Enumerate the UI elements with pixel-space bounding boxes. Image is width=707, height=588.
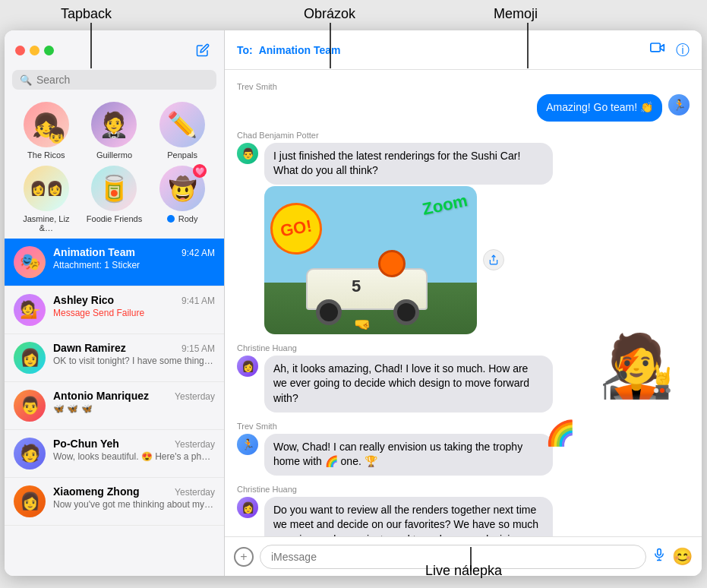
msg-row-2: 👨 I just finished the latest renderings …: [237, 143, 690, 185]
sender-trev-1: Trev Smith: [237, 82, 690, 91]
image-container: 5 GO! Zoom 🤜: [264, 186, 477, 334]
avatar-foodie: 🥫: [91, 166, 137, 211]
driver-helmet: [378, 250, 406, 277]
add-attachment-button[interactable]: +: [234, 547, 254, 567]
conv-content-ashley-rico: Ashley Rico 9:41 AM Message Send Failure: [53, 294, 215, 318]
msg-group-2: Chad Benjamin Potter 👨 I just finished t…: [237, 131, 690, 334]
sushi-car-image: 5 GO! Zoom 🤜: [264, 186, 477, 334]
video-call-button[interactable]: [650, 41, 665, 59]
conv-preview-animation-team: Attachment: 1 Sticker: [53, 260, 215, 270]
emoji-button[interactable]: 😊: [672, 547, 693, 567]
avatar-the-ricos: 👧👦: [24, 102, 69, 147]
msg-row-image: 5 GO! Zoom 🤜: [264, 186, 690, 334]
chat-messages: Trev Smith 🏃 Amazing! Go team! 👏 Chad Be…: [225, 70, 702, 536]
conv-name-antonio-manriquez: Antonio Manriquez: [53, 390, 149, 402]
conversation-list: 🎭 Animation Team 9:42 AM Attachment: 1 S…: [5, 239, 224, 576]
app-window: 🔍 👧👦 The Ricos 🤵 Guillermo ✏️ Penpals: [5, 30, 702, 576]
pinned-contact-jasmine[interactable]: 👩👩 Jasmine, Liz &…: [16, 166, 77, 232]
close-button[interactable]: [15, 46, 25, 55]
fullscreen-button[interactable]: [44, 46, 54, 55]
car-number: 5: [352, 277, 361, 296]
tapback-annotation: Tapback: [61, 6, 112, 22]
conv-preview-ashley-rico: Message Send Failure: [53, 308, 215, 318]
pinned-contact-rody[interactable]: 🤠 🩷 Rody: [152, 166, 213, 232]
sidebar-titlebar: [5, 30, 224, 70]
conv-time-antonio-manriquez: Yesterday: [175, 391, 215, 402]
msg-group-1: Trev Smith 🏃 Amazing! Go team! 👏: [237, 82, 690, 122]
msg-group-3: Christine Huang 👩 Ah, it looks amazing, …: [237, 343, 690, 413]
minimize-button[interactable]: [30, 46, 39, 55]
wheel-back: [393, 299, 419, 325]
contact-name-rody: Rody: [178, 214, 198, 223]
conv-preview-dawn-ramirez: OK to visit tonight? I have some things …: [53, 356, 215, 366]
avatar-penpals: ✏️: [159, 102, 205, 147]
conv-time-xiaomeng-zhong: Yesterday: [175, 487, 215, 498]
conv-time-ashley-rico: 9:41 AM: [181, 296, 215, 306]
conv-name-animation-team: Animation Team: [53, 246, 135, 258]
conv-item-xiaomeng-zhong[interactable]: 👩 Xiaomeng Zhong Yesterday Now you've go…: [5, 478, 224, 526]
conv-name-ashley-rico: Ashley Rico: [53, 294, 114, 306]
avatar-pochun-yeh: 🧑: [14, 438, 46, 469]
pinned-row-1: 👧👦 The Ricos 🤵 Guillermo ✏️ Penpals: [5, 96, 224, 163]
pinned-contact-penpals[interactable]: ✏️ Penpals: [152, 102, 213, 160]
search-bar[interactable]: 🔍: [12, 70, 216, 90]
msg-avatar-chad: 👨: [237, 143, 258, 164]
search-icon: 🔍: [20, 74, 32, 86]
bubble-4-wrap: Wow, Chad! I can really envision us taki…: [264, 434, 553, 476]
contact-name-penpals: Penpals: [167, 150, 197, 160]
bubble-5: Do you want to review all the renders to…: [264, 497, 553, 536]
contact-name-foodie: Foodie Friends: [87, 214, 142, 223]
to-label-text: To:: [237, 44, 253, 56]
msg-avatar-trev-2: 🏃: [237, 434, 258, 455]
chat-to-label: To: Animation Team: [237, 44, 341, 56]
conv-preview-xiaomeng-zhong: Now you've got me thinking about my next…: [53, 499, 215, 510]
search-input[interactable]: [36, 74, 209, 86]
svg-rect-6: [658, 549, 661, 555]
conv-item-animation-team[interactable]: 🎭 Animation Team 9:42 AM Attachment: 1 S…: [5, 239, 224, 286]
conv-preview-pochun-yeh: Wow, looks beautiful. 😍 Here's a photo o…: [53, 451, 215, 462]
msg-avatar-christine-1: 👩: [237, 356, 258, 377]
avatar-antonio-manriquez: 👨: [14, 390, 46, 422]
conv-name-pochun-yeh: Po-Chun Yeh: [53, 438, 119, 450]
to-name-text: Animation Team: [259, 44, 341, 56]
msg-row-4: 🏃 Wow, Chad! I can really envision us ta…: [237, 434, 690, 476]
audio-record-button[interactable]: [652, 548, 666, 565]
obrazok-annotation: Obrázok: [304, 6, 355, 22]
conv-item-ashley-rico[interactable]: 💁 Ashley Rico 9:41 AM Message Send Failu…: [5, 286, 224, 334]
compose-button[interactable]: [192, 40, 213, 61]
msg-row-1: 🏃 Amazing! Go team! 👏: [237, 94, 690, 122]
conv-time-dawn-ramirez: 9:15 AM: [181, 343, 215, 354]
chat-header: To: Animation Team ⓘ: [225, 30, 702, 70]
bubble-1: Amazing! Go team! 👏: [537, 94, 662, 122]
avatar-guillermo: 🤵: [91, 102, 137, 147]
contact-name-jasmine: Jasmine, Liz &…: [16, 214, 77, 232]
bubble-4: Wow, Chad! I can really envision us taki…: [264, 434, 553, 476]
msg-group-4: Trev Smith 🏃 Wow, Chad! I can really env…: [237, 422, 690, 476]
heart-badge: 🩷: [193, 164, 207, 178]
svg-rect-4: [651, 43, 661, 52]
msg-row-5: 👩 Do you want to review all the renders …: [237, 497, 690, 536]
conv-name-xiaomeng-zhong: Xiaomeng Zhong: [53, 485, 140, 498]
pinned-contact-the-ricos[interactable]: 👧👦 The Ricos: [16, 102, 77, 160]
share-button[interactable]: [483, 249, 504, 270]
conv-item-antonio-manriquez[interactable]: 👨 Antonio Manriquez Yesterday 🦋 🦋 🦋: [5, 382, 224, 430]
pinned-contact-guillermo[interactable]: 🤵 Guillermo: [84, 102, 144, 160]
chat-area: To: Animation Team ⓘ Trev Smith 🏃: [225, 30, 702, 576]
conv-time-animation-team: 9:42 AM: [181, 248, 215, 258]
avatar-animation-team: 🎭: [14, 246, 46, 278]
pinned-row-2: 👩👩 Jasmine, Liz &… 🥫 Foodie Friends 🤠 🩷 …: [5, 163, 224, 239]
traffic-lights: [15, 46, 54, 55]
live-naplepka-annotation: Live nálepka: [425, 563, 502, 579]
conv-item-dawn-ramirez[interactable]: 👩 Dawn Ramirez 9:15 AM OK to visit tonig…: [5, 334, 224, 382]
go-sticker: GO!: [267, 198, 327, 258]
sender-chad: Chad Benjamin Potter: [237, 131, 690, 140]
conv-time-pochun-yeh: Yesterday: [175, 439, 215, 450]
wheel-front: [316, 299, 342, 325]
info-button[interactable]: ⓘ: [676, 41, 690, 59]
memoji-annotation: Memoji: [494, 6, 538, 22]
sidebar: 🔍 👧👦 The Ricos 🤵 Guillermo ✏️ Penpals: [5, 30, 225, 576]
pinned-contact-foodie[interactable]: 🥫 Foodie Friends: [84, 166, 144, 232]
avatar-jasmine: 👩👩: [24, 166, 69, 211]
conv-item-pochun-yeh[interactable]: 🧑 Po-Chun Yeh Yesterday Wow, looks beaut…: [5, 430, 224, 478]
memoji-character: 🧑‍🎤: [598, 336, 674, 397]
